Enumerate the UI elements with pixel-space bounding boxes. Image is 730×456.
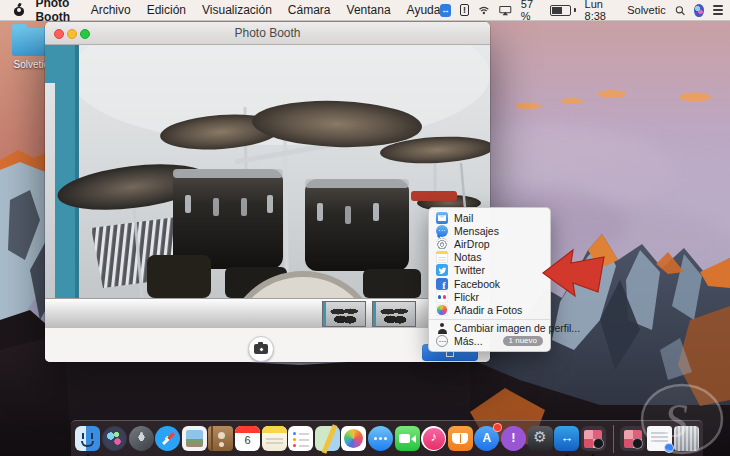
dock-item-system-preferences[interactable] [528,426,553,451]
dock-item-trash[interactable] [674,426,699,451]
share-menu-item-cambiar-imagen[interactable]: Cambiar imagen de perfil... [429,322,550,335]
share-item-label: Mensajes [454,225,499,237]
drums-photo [45,45,490,298]
dock-item-downloads[interactable] [647,426,672,451]
desktop-screen: Photo Booth Archivo Edición Visualizació… [0,0,730,456]
photos-icon [436,304,448,316]
share-menu-item-flickr[interactable]: Flickr [429,290,550,303]
flickr-icon [436,291,448,303]
take-photo-button[interactable] [248,336,274,362]
wifi-icon[interactable] [478,4,490,16]
camera-icon [254,344,268,354]
battery-percent: 57 % [521,0,541,22]
share-menu-item-facebook[interactable]: Facebook [429,277,550,290]
dock-item-notes[interactable] [262,426,287,451]
camera-preview [45,45,490,298]
battery-icon[interactable] [550,5,576,16]
menu-visualizacion[interactable]: Visualización [202,3,272,17]
menu-camara[interactable]: Cámara [288,3,331,17]
window-titlebar[interactable]: Photo Booth [45,22,490,45]
photo-booth-window: Photo Booth [45,22,490,362]
share-item-label: Flickr [454,291,479,303]
photo-thumbnail[interactable] [372,301,416,327]
dock-item-siri[interactable] [102,426,127,451]
twitter-icon [436,264,448,276]
share-menu-item-twitter[interactable]: Twitter [429,264,550,277]
share-menu-item-anadir-a-fotos[interactable]: Añadir a Fotos [429,303,550,316]
airdrop-icon [436,238,448,250]
red-arrow-annotation [540,244,610,302]
menu-separator [429,319,550,320]
share-item-label: Twitter [454,264,485,276]
notification-center-icon[interactable] [713,5,722,15]
photo-thumbnail[interactable] [322,301,366,327]
input-alert-icon[interactable]: ! [460,4,470,16]
share-menu-item-mail[interactable]: Mail [429,211,550,224]
new-badge: 1 nuevo [503,336,543,346]
dock-item-photos[interactable] [341,426,366,451]
share-menu: Mail Mensajes AirDrop Notas Twitter Face… [428,207,551,352]
dock-separator [613,425,614,453]
window-title: Photo Booth [45,22,490,44]
dock-item-preview[interactable] [182,426,207,451]
thumbnail-strip [45,298,490,328]
notes-icon [436,251,448,263]
menu-edicion[interactable]: Edición [147,3,186,17]
share-item-label: Más... [454,335,483,347]
menubar: Photo Booth Archivo Edición Visualizació… [0,0,730,21]
share-item-label: Añadir a Fotos [454,304,522,316]
dock-item-contacts[interactable] [208,426,233,451]
dock-item-photo-booth-stack[interactable] [620,426,645,451]
dock-item-itunes[interactable] [421,426,446,451]
menu-archivo[interactable]: Archivo [91,3,131,17]
mail-icon [436,212,448,224]
share-item-label: Notas [454,251,481,263]
apple-menu-icon[interactable] [14,4,19,16]
dock-item-launchpad[interactable] [129,426,154,451]
dock-item-reminders[interactable] [288,426,313,451]
share-item-label: AirDrop [454,238,490,250]
share-menu-item-airdrop[interactable]: AirDrop [429,237,550,250]
dock-item-maps[interactable] [315,426,340,451]
profile-icon [436,322,448,334]
dock-item-photo-booth[interactable] [581,426,606,451]
teamviewer-menubar-icon[interactable]: ↔ [440,4,450,17]
share-item-label: Facebook [454,278,500,290]
share-item-label: Cambiar imagen de perfil... [454,322,580,334]
dock-item-safari[interactable] [155,426,180,451]
dock-item-finder[interactable] [75,426,100,451]
menu-ayuda[interactable]: Ayuda [407,3,441,17]
more-icon [436,335,448,347]
dock-item-alert-app[interactable] [501,426,526,451]
share-menu-item-mensajes[interactable]: Mensajes [429,224,550,237]
window-toolbar [45,328,490,362]
dock-item-teamviewer[interactable] [554,426,579,451]
dock-item-calendar[interactable]: 6 [235,426,260,451]
dock-item-app-store[interactable] [474,426,499,451]
airplay-display-icon[interactable] [499,4,512,17]
dock-item-messages[interactable] [368,426,393,451]
dock: 6 [71,420,703,456]
spotlight-icon[interactable] [675,4,685,17]
dock-item-facetime[interactable] [395,426,420,451]
share-item-label: Mail [454,212,473,224]
siri-menubar-icon[interactable] [694,4,704,17]
share-menu-item-mas[interactable]: Más... 1 nuevo [429,335,550,348]
menubar-user[interactable]: Solvetic [627,4,666,16]
menubar-app-name[interactable]: Photo Booth [35,0,74,24]
messages-icon [436,225,448,237]
dock-item-ibooks[interactable] [448,426,473,451]
share-menu-item-notas[interactable]: Notas [429,251,550,264]
menu-ventana[interactable]: Ventana [347,3,391,17]
facebook-icon [436,278,448,290]
calendar-day: 6 [235,434,260,446]
menubar-clock[interactable]: Lun 8:38 [585,0,619,22]
